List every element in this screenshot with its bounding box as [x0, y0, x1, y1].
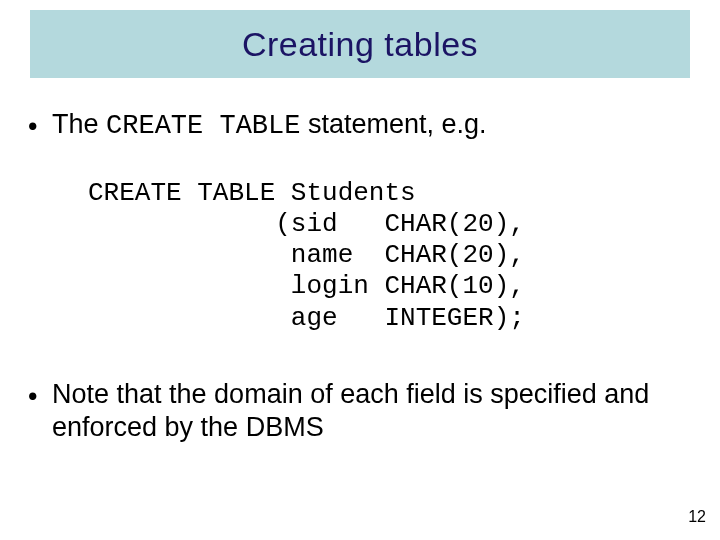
- code-line-2: (sid CHAR(20),: [88, 209, 525, 239]
- title-band: Creating tables: [30, 10, 690, 78]
- bullet-2: • Note that the domain of each field is …: [28, 378, 678, 446]
- bullet-1: • The CREATE TABLE statement, e.g.: [28, 108, 678, 144]
- code-line-3: name CHAR(20),: [88, 240, 525, 270]
- code-line-4: login CHAR(10),: [88, 271, 525, 301]
- bullet-dot-icon: •: [28, 108, 52, 144]
- code-line-1: CREATE TABLE Students: [88, 178, 416, 208]
- bullet-1-text: The CREATE TABLE statement, e.g.: [52, 108, 678, 144]
- bullet-dot-icon: •: [28, 378, 52, 414]
- bullet-1-code: CREATE TABLE: [106, 111, 300, 141]
- slide-title: Creating tables: [242, 25, 478, 64]
- code-block: CREATE TABLE Students (sid CHAR(20), nam…: [88, 178, 678, 334]
- bullet-2-text: Note that the domain of each field is sp…: [52, 378, 678, 446]
- page-number: 12: [688, 508, 706, 526]
- slide-content: • The CREATE TABLE statement, e.g. CREAT…: [28, 108, 678, 445]
- code-line-5: age INTEGER);: [88, 303, 525, 333]
- bullet-1-suffix: statement, e.g.: [300, 109, 486, 139]
- bullet-1-prefix: The: [52, 109, 106, 139]
